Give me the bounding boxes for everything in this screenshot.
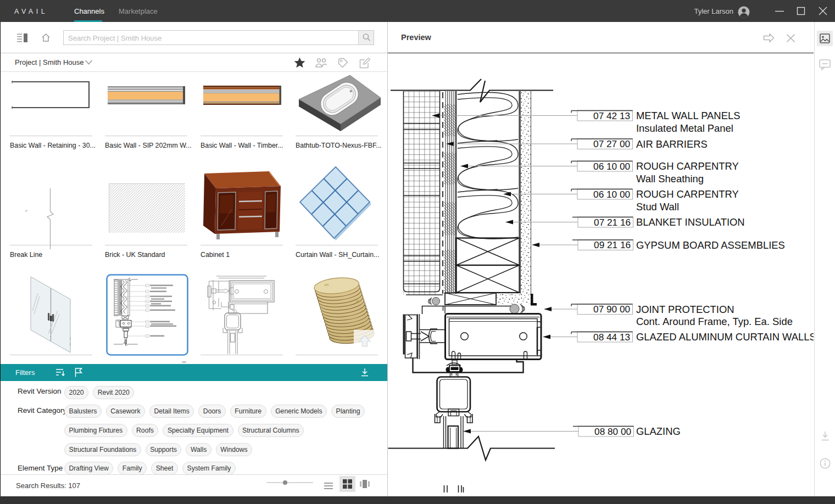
svg-text:07 27 00: 07 27 00 bbox=[593, 138, 630, 149]
svg-text:09 21 16: 09 21 16 bbox=[594, 239, 631, 250]
svg-text:06 10 00: 06 10 00 bbox=[593, 189, 630, 200]
svg-text:BLANKET INSULATION: BLANKET INSULATION bbox=[636, 216, 745, 228]
svg-text:JOINT PROTECTION: JOINT PROTECTION bbox=[636, 304, 734, 315]
svg-text:07 21 16: 07 21 16 bbox=[594, 217, 631, 228]
svg-text:ROUGH CARPENTRY: ROUGH CARPENTRY bbox=[636, 188, 739, 200]
svg-text:Wall Sheathing: Wall Sheathing bbox=[636, 173, 704, 184]
svg-text:Stud Wall: Stud Wall bbox=[636, 201, 679, 212]
svg-text:Insulated Metal Panel: Insulated Metal Panel bbox=[636, 122, 733, 134]
svg-text:GYPSUM BOARD ASSEMBLIES: GYPSUM BOARD ASSEMBLIES bbox=[636, 239, 785, 251]
svg-text:AIR BARRIERS: AIR BARRIERS bbox=[636, 138, 708, 150]
svg-text:Cont. Around Frame, Typ. Ea. S: Cont. Around Frame, Typ. Ea. Side bbox=[636, 316, 793, 327]
svg-text:06 10 00: 06 10 00 bbox=[593, 161, 630, 172]
svg-text:METAL WALL PANELS: METAL WALL PANELS bbox=[636, 110, 740, 121]
svg-text:GLAZED ALUMINUM CURTAIN WALLS: GLAZED ALUMINUM CURTAIN WALLS bbox=[636, 331, 814, 343]
svg-text:07 42 13: 07 42 13 bbox=[593, 110, 630, 121]
svg-text:08 80 00: 08 80 00 bbox=[594, 426, 631, 437]
svg-text:08 44 13: 08 44 13 bbox=[593, 332, 630, 343]
svg-text:GLAZING: GLAZING bbox=[636, 425, 681, 437]
svg-text:07 90 00: 07 90 00 bbox=[593, 304, 630, 315]
svg-text:ROUGH CARPENTRY: ROUGH CARPENTRY bbox=[636, 160, 739, 172]
